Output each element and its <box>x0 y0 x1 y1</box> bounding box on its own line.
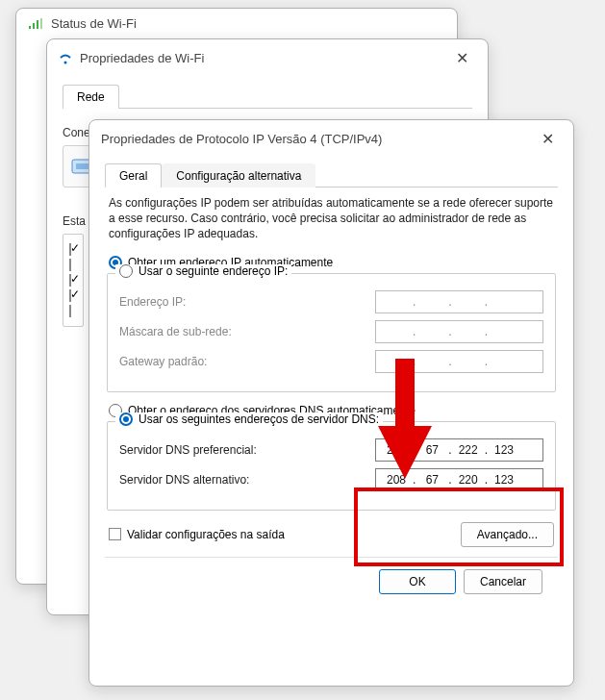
tab-strip: Rede <box>63 85 472 109</box>
tab-config-alternativa[interactable]: Configuração alternativa <box>162 163 315 188</box>
ip-manual-group: Usar o seguinte endereço IP: Endereço IP… <box>107 273 556 392</box>
subnet-mask-input: ... <box>375 320 543 343</box>
titlebar: Status de Wi-Fi <box>16 9 457 35</box>
svg-rect-2 <box>37 20 38 29</box>
svg-rect-0 <box>29 26 31 29</box>
window-title: Status de Wi-Fi <box>51 16 137 31</box>
titlebar: Propriedades de Protocolo IP Versão 4 (T… <box>89 120 573 154</box>
bottom-row: Validar configurações na saída Avançado.… <box>109 522 554 547</box>
close-icon[interactable]: ✕ <box>534 128 562 150</box>
dns-manual-group: Usar os seguintes endereços de servidor … <box>107 421 556 511</box>
field-label: Servidor DNS preferencial: <box>119 443 375 457</box>
gateway-input: ... <box>375 350 543 373</box>
tab-rede[interactable]: Rede <box>63 85 119 109</box>
titlebar: Propriedades de Wi-Fi ✕ <box>47 39 488 73</box>
checkbox-label: Validar configurações na saída <box>127 528 285 541</box>
window-title: Propriedades de Wi-Fi <box>80 51 204 65</box>
description-text: As configurações IP podem ser atribuídas… <box>109 195 554 242</box>
field-label: Gateway padrão: <box>119 355 375 368</box>
ok-button[interactable]: OK <box>379 569 456 594</box>
cancel-button[interactable]: Cancelar <box>464 569 542 594</box>
radio-ip-manual[interactable]: Usar o seguinte endereço IP: <box>119 264 288 278</box>
advanced-button[interactable]: Avançado... <box>461 522 554 547</box>
svg-rect-1 <box>33 23 35 29</box>
tab-strip: Geral Configuração alternativa <box>105 163 558 188</box>
checkbox[interactable] <box>69 305 71 317</box>
validate-checkbox-row[interactable]: Validar configurações na saída <box>109 528 285 541</box>
svg-point-4 <box>64 61 67 63</box>
field-label: Máscara de sub-rede: <box>119 325 375 338</box>
radio-dns-manual[interactable]: Usar os seguintes endereços de servidor … <box>119 412 379 426</box>
checkbox[interactable] <box>69 243 71 256</box>
svg-rect-3 <box>40 18 42 29</box>
wifi-signal-icon <box>28 18 43 30</box>
row-subnet-mask: Máscara de sub-rede: ... <box>119 320 543 343</box>
close-icon[interactable]: ✕ <box>448 47 476 69</box>
checkbox[interactable] <box>69 259 71 271</box>
ip-address-input: ... <box>375 290 543 313</box>
row-dns-alternate: Servidor DNS alternativo: 208. 67. 220. … <box>119 468 543 491</box>
row-ip-address: Endereço IP: ... <box>119 290 543 313</box>
dns-alternate-input[interactable]: 208. 67. 220. 123 <box>375 468 543 491</box>
dialog-footer: OK Cancelar <box>105 557 558 594</box>
dns-preferred-input[interactable]: 208. 67. 222. 123 <box>375 438 543 462</box>
ipv4-properties-window: Propriedades de Protocolo IP Versão 4 (T… <box>88 119 574 687</box>
field-label: Servidor DNS alternativo: <box>119 473 375 487</box>
wifi-properties-icon <box>59 52 72 65</box>
checkbox[interactable] <box>69 289 71 302</box>
radio-label: Usar o seguinte endereço IP: <box>139 264 288 278</box>
row-dns-preferred: Servidor DNS preferencial: 208. 67. 222.… <box>119 438 543 462</box>
window-title: Propriedades de Protocolo IP Versão 4 (T… <box>101 132 382 146</box>
radio-label: Usar os seguintes endereços de servidor … <box>139 412 379 426</box>
radio-icon <box>119 412 133 426</box>
row-gateway: Gateway padrão: ... <box>119 350 543 373</box>
radio-icon <box>119 264 133 278</box>
checkbox-icon <box>109 528 121 540</box>
checkbox[interactable] <box>69 274 71 287</box>
tab-geral[interactable]: Geral <box>105 163 162 188</box>
field-label: Endereço IP: <box>119 295 375 309</box>
